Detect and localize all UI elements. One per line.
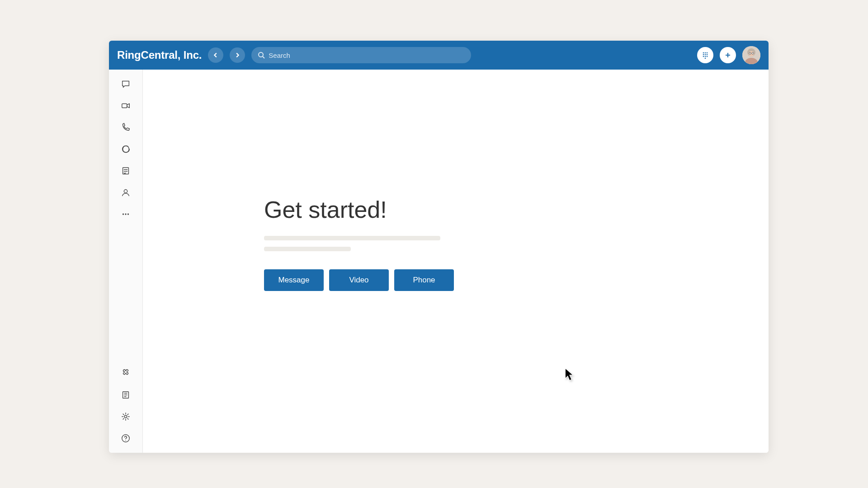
text-icon [121, 144, 131, 154]
svg-rect-22 [122, 103, 127, 108]
more-icon [121, 209, 131, 219]
resource-icon [121, 390, 131, 400]
svg-point-3 [705, 52, 706, 54]
dialpad-button[interactable] [697, 47, 713, 63]
help-icon [121, 433, 131, 443]
svg-point-24 [123, 146, 129, 153]
sidebar-item-help[interactable] [117, 432, 135, 445]
user-avatar[interactable] [742, 46, 760, 64]
svg-point-2 [703, 52, 704, 54]
avatar-icon [742, 46, 760, 64]
sidebar-item-contacts[interactable] [117, 186, 135, 199]
chevron-left-icon [212, 52, 219, 58]
settings-icon [121, 412, 131, 422]
skeleton-line [264, 236, 440, 240]
svg-point-10 [707, 56, 708, 57]
sidebar-item-fax[interactable] [117, 164, 135, 177]
svg-point-9 [705, 56, 706, 57]
svg-point-31 [127, 213, 129, 215]
phone-icon [121, 122, 131, 132]
apps-icon [121, 368, 131, 378]
new-action-button[interactable] [720, 47, 736, 63]
app-header: RingCentral, Inc. Search [109, 41, 769, 70]
sidebar-item-resource[interactable] [117, 389, 135, 401]
sidebar [109, 70, 143, 453]
chevron-right-icon [234, 52, 241, 58]
action-button-row: Message Video Phone [264, 269, 769, 291]
fax-icon [121, 166, 131, 176]
skeleton-line [264, 247, 351, 251]
message-icon [121, 79, 131, 89]
search-placeholder: Search [269, 52, 290, 59]
nav-back-button[interactable] [208, 47, 223, 63]
dialpad-icon [702, 52, 709, 59]
svg-line-1 [263, 56, 264, 58]
sidebar-item-message[interactable] [117, 78, 135, 90]
svg-point-38 [125, 440, 126, 441]
svg-point-29 [123, 213, 124, 215]
sidebar-item-settings[interactable] [117, 410, 135, 423]
svg-point-7 [707, 54, 708, 56]
nav-forward-button[interactable] [230, 47, 245, 63]
svg-point-8 [703, 56, 704, 57]
svg-point-28 [124, 190, 127, 193]
search-input[interactable]: Search [251, 47, 471, 63]
app-title: RingCentral, Inc. [117, 49, 202, 61]
app-window: RingCentral, Inc. Search [109, 41, 769, 453]
svg-marker-23 [127, 103, 130, 108]
svg-point-0 [259, 52, 263, 57]
sidebar-item-video[interactable] [117, 99, 135, 112]
phone-button[interactable]: Phone [394, 269, 454, 291]
video-button[interactable]: Video [329, 269, 389, 291]
svg-point-6 [705, 54, 706, 56]
svg-point-36 [124, 415, 127, 418]
main-content: Get started! Message Video Phone [143, 70, 769, 453]
sidebar-item-phone[interactable] [117, 121, 135, 134]
svg-point-30 [125, 213, 126, 215]
sidebar-item-text[interactable] [117, 143, 135, 155]
plus-icon [724, 52, 731, 59]
search-icon [258, 52, 265, 59]
message-button[interactable]: Message [264, 269, 324, 291]
contacts-icon [121, 188, 131, 197]
svg-point-5 [703, 54, 704, 56]
page-heading: Get started! [264, 196, 769, 223]
svg-point-11 [705, 58, 706, 59]
video-icon [121, 101, 131, 111]
sidebar-item-more[interactable] [117, 208, 135, 221]
app-body: Get started! Message Video Phone [109, 70, 769, 453]
svg-point-4 [707, 52, 708, 54]
sidebar-item-apps[interactable] [117, 367, 135, 380]
